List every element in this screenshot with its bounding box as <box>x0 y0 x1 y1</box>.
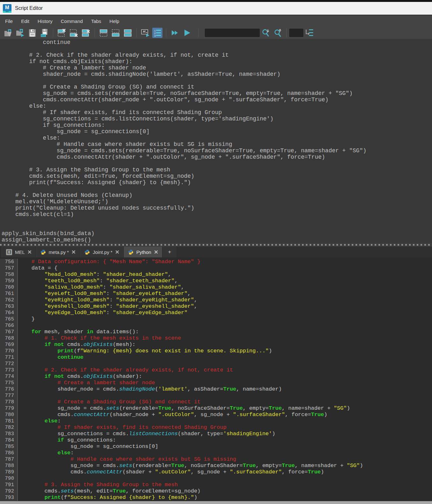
menu-file[interactable]: File <box>1 16 17 26</box>
code-text[interactable]: cmds.sets(mesh, edit=True, forceElement=… <box>18 488 432 494</box>
show-input-pane-button[interactable] <box>111 28 121 38</box>
code-text[interactable]: "teeth_lod0_mesh": "shader_teeth_shader"… <box>18 278 432 284</box>
execute-all-button[interactable] <box>170 28 180 38</box>
code-line[interactable]: 775 # Create a lambert shader node <box>0 380 432 386</box>
code-text[interactable]: # 2. Check if the shader already exists,… <box>18 367 432 373</box>
clear-history-button[interactable] <box>57 28 67 38</box>
code-line[interactable]: 763 "eyeshell_lod0_mesh": "shader_eyeshe… <box>0 303 432 310</box>
menu-tabs[interactable]: Tabs <box>87 16 105 26</box>
code-line[interactable]: 788 sg_node = cmds.sets(renderable=True,… <box>0 463 432 469</box>
code-text[interactable]: "saliva_lod0_mesh": "shader_saliva_shade… <box>18 284 432 291</box>
code-line[interactable]: 776 shader_node = cmds.shadingNode('lamb… <box>0 386 432 392</box>
search-up-button[interactable] <box>273 28 283 38</box>
code-text[interactable]: else: <box>18 450 432 456</box>
script-input-pane[interactable]: 756 # Data configuration: { "Mesh Name":… <box>0 257 432 501</box>
code-text[interactable]: # Create a lambert shader node <box>18 380 432 386</box>
pane-splitter[interactable] <box>0 243 432 247</box>
code-line[interactable]: 761 "eyeLeft_lod0_mesh": "shader_eyeLeft… <box>0 291 432 297</box>
code-text[interactable]: if not cmds.objExists(mesh): <box>18 342 432 348</box>
save-script-to-shelf-button[interactable] <box>39 28 49 38</box>
code-text[interactable]: # Data configuration: { "Mesh Name": "Sh… <box>18 259 432 265</box>
code-text[interactable]: # 3. Assign the Shading Group to the mes… <box>18 482 432 488</box>
close-icon[interactable] <box>154 250 158 254</box>
code-text[interactable]: sg_node = cmds.sets(renderable=True, noS… <box>18 405 432 412</box>
open-script-button[interactable] <box>3 28 13 38</box>
code-text[interactable] <box>18 392 432 399</box>
code-text[interactable] <box>18 322 432 329</box>
code-line[interactable]: 791 # 3. Assign the Shading Group to the… <box>0 482 432 488</box>
code-text[interactable]: sg_node = sg_connections[0] <box>18 443 432 450</box>
goto-line-input[interactable] <box>289 29 303 37</box>
tab-mel[interactable]: {} MEL <box>2 247 36 257</box>
code-line[interactable]: 790 <box>0 475 432 482</box>
code-text[interactable]: sg_node = cmds.sets(renderable=True, noS… <box>18 463 432 469</box>
code-line[interactable]: 778 # Create a Shading Group (SG) and co… <box>0 399 432 405</box>
code-line[interactable]: 772 <box>0 361 432 367</box>
menu-edit[interactable]: Edit <box>17 16 33 26</box>
code-text[interactable]: # 1. Check if the mesh exists in the sce… <box>18 335 432 342</box>
echo-all-commands-button[interactable] <box>140 28 150 38</box>
code-text[interactable] <box>18 361 432 367</box>
code-text[interactable]: sg_connections = cmds.listConnections(sh… <box>18 431 432 437</box>
code-line[interactable]: 785 sg_node = sg_connections[0] <box>0 443 432 450</box>
code-line[interactable]: 757 data = { <box>0 265 432 271</box>
search-input[interactable] <box>205 29 260 37</box>
menu-command[interactable]: Command <box>57 16 87 26</box>
code-line[interactable]: 770 print(f"Warning: {mesh} does not exi… <box>0 348 432 354</box>
show-line-numbers-button[interactable]: 1 2 3 <box>152 28 162 38</box>
code-text[interactable]: "eyeEdge_lod0_mesh": "shader_eyeEdge_sha… <box>18 310 432 316</box>
code-text[interactable]: "eyeshell_lod0_mesh": "shader_eyeshell_s… <box>18 303 432 310</box>
code-text[interactable]: if sg_connections: <box>18 437 432 443</box>
code-line[interactable]: 779 sg_node = cmds.sets(renderable=True,… <box>0 405 432 412</box>
code-text[interactable]: else: <box>18 418 432 424</box>
code-line[interactable]: 764 "eyeEdge_lod0_mesh": "shader_eyeEdge… <box>0 310 432 316</box>
code-line[interactable]: 787 # Handle case where shader exists bu… <box>0 456 432 463</box>
tab-python[interactable]: Python <box>124 247 162 257</box>
clear-input-button[interactable] <box>69 28 79 38</box>
code-line[interactable]: 786 else: <box>0 450 432 456</box>
code-lines[interactable]: 756 # Data configuration: { "Mesh Name":… <box>0 259 432 501</box>
code-line[interactable]: 783 sg_connections = cmds.listConnection… <box>0 431 432 437</box>
code-text[interactable]: "head_lod0_mesh": "shader_head_shader", <box>18 271 432 278</box>
code-text[interactable]: shader_node = cmds.shadingNode('lambert'… <box>18 386 432 392</box>
close-icon[interactable] <box>28 250 32 254</box>
history-output[interactable]: continue # 2. Check if the shader alread… <box>0 39 432 243</box>
code-text[interactable]: "eyeRight_lod0_mesh": "shader_eyeRight_s… <box>18 297 432 303</box>
code-line[interactable]: 759 "teeth_lod0_mesh": "shader_teeth_sha… <box>0 278 432 284</box>
code-text[interactable]: data = { <box>18 265 432 271</box>
code-text[interactable]: # Handle case where shader exists but SG… <box>18 456 432 463</box>
code-line[interactable]: 773 # 2. Check if the shader already exi… <box>0 367 432 373</box>
code-text[interactable]: "eyeLeft_lod0_mesh": "shader_eyeLeft_sha… <box>18 291 432 297</box>
code-line[interactable]: 769 if not cmds.objExists(mesh): <box>0 342 432 348</box>
code-line[interactable]: 777 <box>0 392 432 399</box>
code-line[interactable]: 771 continue <box>0 354 432 361</box>
code-line[interactable]: 789 cmds.connectAttr(shader + ".outColor… <box>0 469 432 475</box>
code-line[interactable]: 782 # If shader exists, find its connect… <box>0 424 432 431</box>
code-line[interactable]: 793 print(f"Success: Assigned {shader} t… <box>0 494 432 501</box>
code-text[interactable]: print(f"Success: Assigned {shader} to {m… <box>18 494 432 501</box>
code-text[interactable]: continue <box>18 354 432 361</box>
code-text[interactable]: cmds.connectAttr(shader + ".outColor", s… <box>18 469 432 475</box>
code-line[interactable]: 766 <box>0 322 432 329</box>
code-text[interactable]: } <box>18 316 432 322</box>
code-line[interactable]: 767 for mesh, shader in data.items(): <box>0 329 432 335</box>
clear-all-button[interactable] <box>81 28 91 38</box>
execute-button[interactable] <box>182 28 192 38</box>
tab-joint-py[interactable]: Joint.py * <box>80 247 124 257</box>
source-script-button[interactable] <box>15 28 25 38</box>
code-line[interactable]: 774 if not cmds.objExists(shader): <box>0 373 432 380</box>
close-icon[interactable] <box>72 250 76 254</box>
code-text[interactable]: for mesh, shader in data.items(): <box>18 329 432 335</box>
code-text[interactable]: cmds.connectAttr(shader_node + ".outColo… <box>18 412 432 418</box>
tab-meta-py[interactable]: meta.py * <box>36 247 80 257</box>
code-text[interactable]: # Create a Shading Group (SG) and connec… <box>18 399 432 405</box>
code-line[interactable]: 762 "eyeRight_lod0_mesh": "shader_eyeRig… <box>0 297 432 303</box>
code-line[interactable]: 781 else: <box>0 418 432 424</box>
code-line[interactable]: 760 "saliva_lod0_mesh": "shader_saliva_s… <box>0 284 432 291</box>
menu-history[interactable]: History <box>33 16 57 26</box>
code-line[interactable]: 768 # 1. Check if the mesh exists in the… <box>0 335 432 342</box>
code-text[interactable]: # If shader exists, find its connected S… <box>18 424 432 431</box>
show-history-pane-button[interactable] <box>98 28 109 38</box>
save-script-button[interactable] <box>27 28 37 38</box>
show-both-panes-button[interactable] <box>123 28 133 38</box>
